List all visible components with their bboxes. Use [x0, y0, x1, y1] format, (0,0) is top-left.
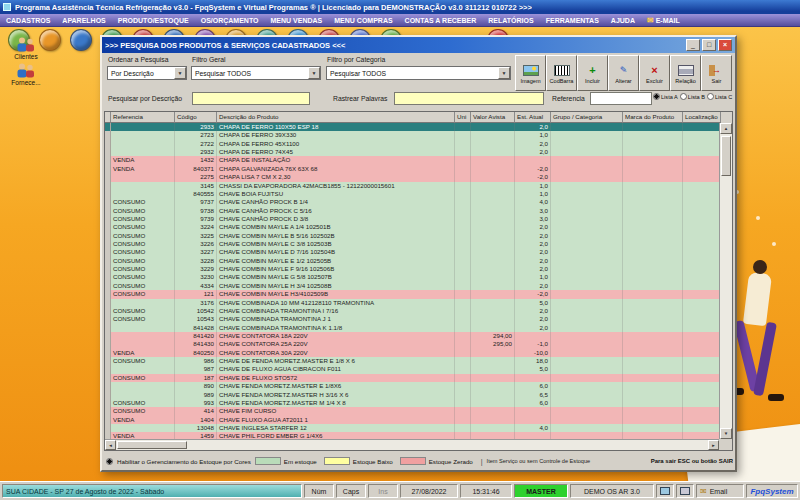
- chevron-down-icon[interactable]: ▼: [174, 67, 186, 79]
- menu-item-ajuda[interactable]: AJUDA: [605, 17, 641, 24]
- table-row[interactable]: CONSUMO121CHAVE COMBIN MAYLE H3/4102509B…: [105, 290, 719, 298]
- menu-item-aparelhos[interactable]: APARELHOS: [56, 17, 111, 24]
- vertical-scroll-thumb[interactable]: [721, 136, 731, 176]
- alterar-button[interactable]: ✎Alterar: [608, 55, 639, 91]
- pencil-icon: ✎: [616, 65, 632, 76]
- table-row[interactable]: CONSUMO4334CHAVE COMBIN MAYLE H 3/4 1025…: [105, 282, 719, 290]
- track-words-input[interactable]: [394, 92, 544, 105]
- table-row[interactable]: CONSUMO10543CHAVE COMBINADA TRAMONTINA J…: [105, 315, 719, 323]
- table-row[interactable]: 2275CHAPA LISA 7 CM X 2,30-2,0: [105, 173, 719, 181]
- table-row[interactable]: CONSUMO3225CHAVE COMBIN MAYLE B 5/16 102…: [105, 232, 719, 240]
- table-row[interactable]: VENDA840250CHAVE CONTATORA 30A 220V-10,0: [105, 349, 719, 357]
- menu-item-menu-vendas[interactable]: MENU VENDAS: [265, 17, 329, 24]
- table-row[interactable]: 989CHAVE FENDA MORETZ.MASTER H 3/16 X 66…: [105, 391, 719, 399]
- table-row[interactable]: 2723CHAPA DE FERRO 39X3301,0: [105, 131, 719, 139]
- scroll-down-icon[interactable]: ▼: [720, 428, 732, 439]
- column-header-est-atual[interactable]: Est. Atual: [515, 112, 551, 123]
- table-row[interactable]: 13048CHAVE INGLESA STARFER 124,0: [105, 424, 719, 432]
- vertical-scrollbar[interactable]: ▲ ▼: [719, 123, 732, 439]
- chevron-down-icon[interactable]: ▼: [498, 67, 510, 79]
- table-row[interactable]: CONSUMO9738CHAVE CANHÃO PROCK C 5/163,0: [105, 207, 719, 215]
- column-header-marca-do-produto[interactable]: Marca do Produto: [623, 112, 683, 123]
- status-bar: SUA CIDADE - SP 27 de Agosto de 2022 - S…: [0, 481, 800, 500]
- category-filter-value: Pesquisar TODOS: [330, 70, 386, 77]
- column-header-descricao-do-produto[interactable]: Descrição do Produto: [217, 112, 455, 123]
- horizontal-scrollbar[interactable]: ◄ ►: [105, 439, 719, 450]
- table-row[interactable]: 841428CHAVE COMBINADA TRAMONTINA K 1.1/8…: [105, 324, 719, 332]
- table-row[interactable]: 3176CHAVE COMBINADA 10 MM 412128110 TRAM…: [105, 299, 719, 307]
- sair-button[interactable]: →Sair: [701, 55, 732, 91]
- maximize-button[interactable]: □: [702, 39, 716, 51]
- category-filter-select[interactable]: Pesquisar TODOS ▼: [326, 66, 511, 80]
- column-header-referencia[interactable]: Referencia: [111, 112, 175, 123]
- menu-item-e-mail[interactable]: ✉E-MAIL: [641, 16, 686, 25]
- color-management-radio[interactable]: [106, 458, 113, 465]
- scroll-right-icon[interactable]: ►: [708, 440, 719, 450]
- status-email[interactable]: ✉Email: [696, 484, 744, 498]
- menu-item-produto-estoque[interactable]: PRODUTO/ESTOQUE: [112, 17, 195, 24]
- menu-item-relatorios[interactable]: RELATÓRIOS: [482, 17, 539, 24]
- table-row[interactable]: CONSUMO414CHAVE FIM CURSO: [105, 407, 719, 415]
- toolbar-icon-3[interactable]: [70, 29, 92, 51]
- column-header-localizacao[interactable]: Localização: [683, 112, 721, 123]
- list-radio-lista-a[interactable]: Lista A: [653, 93, 678, 100]
- table-row[interactable]: CONSUMO993CHAVE FENDA MORETZ.MASTER M 1/…: [105, 399, 719, 407]
- menu-item-ferramentas[interactable]: FERRAMENTAS: [540, 17, 605, 24]
- table-row[interactable]: VENDA1432CHAPA DE INSTALAÇÃO: [105, 156, 719, 164]
- table-row[interactable]: 3145CHASSI DA EVAPORADORA 42MACB1855 - 1…: [105, 182, 719, 190]
- column-header-uni[interactable]: Uni: [455, 112, 471, 123]
- scroll-left-icon[interactable]: ◄: [105, 440, 116, 450]
- list-radio-lista-c[interactable]: Lista C: [707, 93, 732, 100]
- order-select[interactable]: Por Descrição ▼: [107, 66, 187, 80]
- app-icon: [3, 3, 11, 11]
- table-row[interactable]: 2722CHAPA DE FERRO 45X11002,0: [105, 140, 719, 148]
- table-row[interactable]: 840555CHAVE BOIA FUJITSU1,0: [105, 190, 719, 198]
- table-row[interactable]: 890CHAVE FENDA MORETZ.MASTER E 1/8X66,0: [105, 382, 719, 390]
- table-row[interactable]: VENDA1404CHAVE FLUXO AGUA AT2011 1: [105, 416, 719, 424]
- table-row[interactable]: 841430CHAVE CONTATORA 25A 220V295,00-1,0: [105, 340, 719, 348]
- table-row[interactable]: CONSUMO3224CHAVE COMBIN MAYLE A 1/4 1025…: [105, 223, 719, 231]
- column-header-valor-avista[interactable]: Valor Avista: [471, 112, 515, 123]
- desktop-icon-clientes[interactable]: Clientes: [2, 36, 50, 60]
- relacao-button[interactable]: Relação: [670, 55, 701, 91]
- list-radio-lista-b[interactable]: Lista B: [680, 93, 705, 100]
- table-row[interactable]: 841420CHAVE CONTATORA 18A 220V294,00: [105, 332, 719, 340]
- table-row[interactable]: CONSUMO3230CHAVE COMBIN MAYLE G 5/8 1025…: [105, 273, 719, 281]
- table-row[interactable]: VENDA840371CHAPA GALVANIZADA 76X 63X 68-…: [105, 165, 719, 173]
- table-row[interactable]: 2932CHAPA DE FERRO 74X452,0: [105, 148, 719, 156]
- column-header-grupo-categoria[interactable]: Grupo / Categoria: [551, 112, 623, 123]
- menu-item-contas-a-receber[interactable]: CONTAS A RECEBER: [399, 17, 483, 24]
- imagem-button[interactable]: Imagem: [515, 55, 546, 91]
- table-row[interactable]: CONSUMO3229CHAVE COMBIN MAYLE F 9/16 102…: [105, 265, 719, 273]
- close-button[interactable]: ×: [718, 39, 732, 51]
- x-icon: ×: [647, 65, 663, 76]
- table-row[interactable]: CONSUMO10542CHAVE COMBINADA TRAMONTINA I…: [105, 307, 719, 315]
- scroll-up-icon[interactable]: ▲: [720, 123, 732, 134]
- table-row[interactable]: CONSUMO3226CHAVE COMBIN MAYLE C 3/8 1025…: [105, 240, 719, 248]
- table-row[interactable]: CONSUMO9739CHAVE CANHÃO PROCK D 3/83,0: [105, 215, 719, 223]
- table-row[interactable]: VENDA1459CHAVE PHIL FORD EMBER G 1/4X6: [105, 432, 719, 439]
- search-description-input[interactable]: [192, 92, 310, 105]
- menu-item-os-orcamento[interactable]: OS/ORÇAMENTO: [195, 17, 265, 24]
- status-email-label: Email: [710, 488, 728, 495]
- table-row[interactable]: CONSUMO986CHAVE DE FENDA MORETZ.MASTER E…: [105, 357, 719, 365]
- table-row[interactable]: CONSUMO9737CHAVE CANHÃO PROCK B 1/44,0: [105, 198, 719, 206]
- horizontal-scroll-thumb[interactable]: [117, 441, 187, 449]
- menu-item-menu-compras[interactable]: MENU COMPRAS: [328, 17, 398, 24]
- table-row[interactable]: CONSUMO187CHAVE DE FLUXO STO572: [105, 374, 719, 382]
- codbarra-button[interactable]: CodBarra: [546, 55, 577, 91]
- general-filter-select[interactable]: Pesquisar TODOS ▼: [191, 66, 321, 80]
- table-row[interactable]: CONSUMO3227CHAVE COMBIN MAYLE D 7/16 102…: [105, 248, 719, 256]
- minimize-button[interactable]: _: [686, 39, 700, 51]
- table-row[interactable]: 987CHAVE DE FLUXO AGUA CIBRACON F0115,0: [105, 365, 719, 373]
- incluir-button[interactable]: +Incluir: [577, 55, 608, 91]
- table-row[interactable]: 2933CHAPA DE FERRO 110X50 ESP 182,0: [105, 123, 719, 131]
- desktop-icon-fornece[interactable]: Fornece...: [2, 62, 50, 86]
- excluir-button[interactable]: ×Excluir: [639, 55, 670, 91]
- reference-input[interactable]: [590, 92, 652, 105]
- window-title: >>> PESQUISA DOS PRODUTOS & SERVIÇOS CAD…: [105, 41, 684, 50]
- chevron-down-icon[interactable]: ▼: [308, 67, 320, 79]
- table-row[interactable]: CONSUMO3228CHAVE COMBIN MAYLE E 1/2 1025…: [105, 257, 719, 265]
- column-header-codigo[interactable]: Código: [175, 112, 217, 123]
- menu-item-cadastros[interactable]: CADASTROS: [0, 17, 56, 24]
